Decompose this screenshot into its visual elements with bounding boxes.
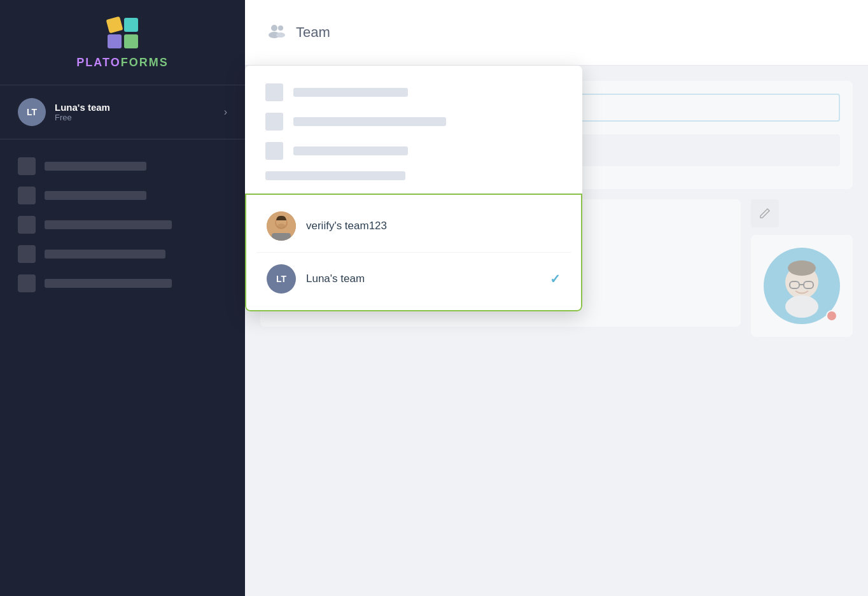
luna-initials: LT: [276, 274, 286, 284]
sidebar-team-plan: Free: [55, 113, 224, 122]
sidebar-item-4[interactable]: [18, 243, 227, 266]
nav-label-5: [45, 279, 172, 288]
logo-tile-yellow: [106, 17, 123, 34]
selected-check-icon: ✓: [550, 271, 561, 287]
sidebar-team-avatar: LT: [18, 98, 46, 126]
logo-text: PLATOFORMS: [76, 56, 168, 69]
sidebar-nav: [0, 139, 245, 596]
logo-text-part2: FORMS: [121, 56, 169, 69]
svg-rect-6: [785, 295, 818, 318]
logo-tile-green: [124, 34, 138, 48]
main-content: Team: [245, 0, 868, 596]
svg-point-7: [788, 260, 816, 276]
svg-point-1: [278, 25, 283, 31]
logo-tile-cyan: [124, 18, 138, 32]
sidebar-logo: PLATOFORMS: [0, 0, 245, 85]
skeleton-row-4: [265, 171, 562, 180]
chevron-right-icon: ›: [224, 106, 227, 118]
sidebar-team-switcher[interactable]: LT Luna's team Free ›: [0, 85, 245, 139]
svg-point-0: [271, 25, 277, 31]
skeleton-text-4: [265, 171, 405, 180]
sidebar-item-2[interactable]: [18, 184, 227, 207]
skeleton-text-2: [293, 117, 446, 126]
nav-label-2: [45, 191, 146, 200]
team-option-veriify[interactable]: veriify's team123: [256, 202, 571, 250]
nav-icon-5: [18, 274, 36, 292]
team-icon: [268, 23, 286, 42]
sidebar-item-5[interactable]: [18, 272, 227, 295]
logo-icon: [108, 18, 138, 48]
sidebar: PLATOFORMS LT Luna's team Free ›: [0, 0, 245, 596]
dropdown-skeleton-items: [245, 66, 582, 194]
nav-icon-1: [18, 157, 36, 175]
skeleton-icon-3: [265, 142, 283, 160]
skeleton-icon-2: [265, 113, 283, 131]
nav-icon-2: [18, 187, 36, 204]
nav-label-1: [45, 162, 146, 171]
page-header: Team: [245, 0, 868, 66]
skeleton-row-2: [265, 113, 562, 131]
sidebar-team-name: Luna's team: [55, 102, 224, 113]
skeleton-text-3: [293, 146, 408, 155]
svg-rect-15: [272, 233, 291, 241]
svg-point-14: [277, 223, 285, 229]
team-luna-avatar: LT: [267, 264, 296, 294]
team-veriify-name: veriify's team123: [306, 220, 561, 232]
team-separator: [256, 252, 571, 253]
sidebar-item-1[interactable]: [18, 155, 227, 178]
content-area: veriify's team123 LT Luna's team ✓: [245, 66, 868, 596]
skeleton-icon-1: [265, 83, 283, 101]
skeleton-row-1: [265, 83, 562, 101]
nav-icon-3: [18, 216, 36, 234]
team-switcher-dropdown[interactable]: veriify's team123 LT Luna's team ✓: [245, 66, 582, 311]
sidebar-item-3[interactable]: [18, 213, 227, 236]
nav-icon-4: [18, 245, 36, 263]
logo-tile-purple: [108, 34, 122, 48]
team-luna-name: Luna's team: [306, 273, 540, 285]
nav-label-3: [45, 220, 172, 229]
team-options-list[interactable]: veriify's team123 LT Luna's team ✓: [245, 194, 582, 311]
svg-point-3: [276, 32, 285, 38]
logo-text-part1: PLATO: [76, 56, 120, 69]
team-option-luna[interactable]: LT Luna's team ✓: [256, 255, 571, 302]
sidebar-team-info: Luna's team Free: [55, 102, 224, 122]
skeleton-row-3: [265, 142, 562, 160]
nav-label-4: [45, 250, 165, 259]
skeleton-text-1: [293, 88, 408, 97]
page-title: Team: [296, 24, 330, 41]
team-veriify-avatar: [267, 211, 296, 241]
